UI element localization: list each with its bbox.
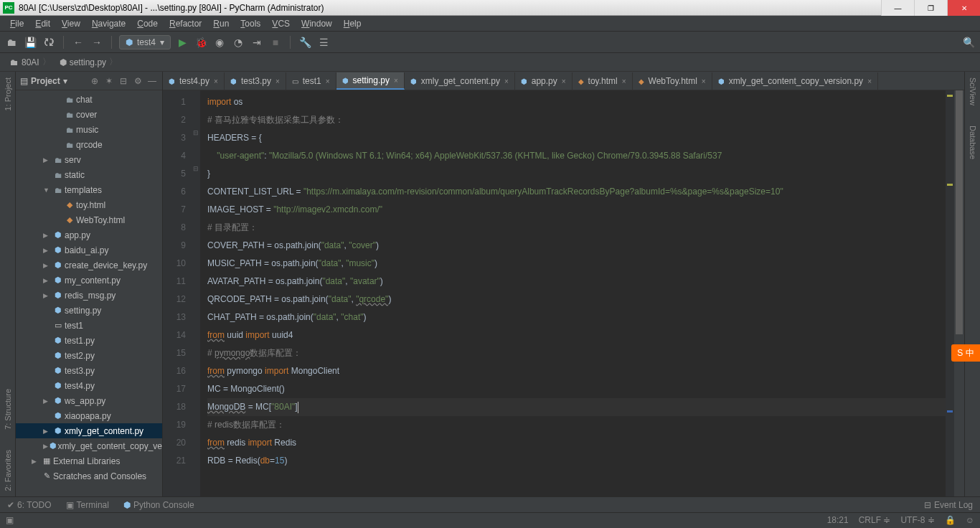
- stop-icon[interactable]: ■: [268, 35, 283, 50]
- tree-item[interactable]: ▶⬢ws_app.py: [16, 393, 162, 408]
- menu-view[interactable]: View: [56, 19, 86, 29]
- maximize-button[interactable]: ❐: [914, 0, 947, 16]
- minimize-button[interactable]: —: [881, 0, 914, 16]
- menu-refactor[interactable]: Refactor: [164, 19, 207, 29]
- tree-item[interactable]: 🖿chat: [16, 92, 162, 107]
- tree-item[interactable]: 🖿cover: [16, 107, 162, 122]
- editor-tab[interactable]: ▭test1×: [286, 72, 336, 90]
- tree-item[interactable]: ▶▦External Libraries: [16, 453, 162, 468]
- editor-tab[interactable]: ⬢xmly_get_content.py×: [405, 72, 515, 90]
- profile-icon[interactable]: ◔: [231, 35, 245, 50]
- tree-item[interactable]: ⬢setting.py: [16, 303, 162, 318]
- coverage-icon[interactable]: ◉: [212, 35, 227, 50]
- collapse-icon[interactable]: ⊟: [118, 76, 129, 86]
- structure-tool-button[interactable]: 7: Structure: [4, 389, 12, 430]
- close-tab-icon[interactable]: ×: [504, 77, 509, 85]
- menu-navigate[interactable]: Navigate: [86, 19, 131, 29]
- close-tab-icon[interactable]: ×: [275, 77, 280, 85]
- editor-tab[interactable]: ◆WebToy.html×: [633, 72, 712, 90]
- menu-vcs[interactable]: VCS: [266, 19, 296, 29]
- tree-item[interactable]: ⬢test4.py: [16, 378, 162, 393]
- line-number-gutter[interactable]: 123456789101112131415161718192021: [163, 90, 192, 496]
- tree-item[interactable]: 🖿static: [16, 167, 162, 182]
- search-everywhere-icon[interactable]: 🔍: [961, 35, 976, 50]
- debug-icon[interactable]: 🐞: [194, 35, 208, 50]
- tree-item[interactable]: ▶⬢create_device_key.py: [16, 258, 162, 273]
- ime-indicator[interactable]: S 中: [951, 344, 980, 362]
- project-tree[interactable]: 🖿chat🖿cover🖿music🖿qrcode▶🖿serv🖿static▼🖿t…: [16, 90, 162, 496]
- tree-item[interactable]: ▭test1: [16, 318, 162, 333]
- dropdown-icon[interactable]: ▾: [63, 76, 67, 86]
- close-tab-icon[interactable]: ×: [326, 77, 330, 85]
- expand-icon[interactable]: ✶: [103, 76, 115, 86]
- python-console-tool-button[interactable]: ⬢Python Console: [123, 500, 194, 510]
- sync-icon[interactable]: 🗘: [42, 35, 56, 50]
- editor-tab[interactable]: ⬢app.py×: [515, 72, 573, 90]
- editor-tab[interactable]: ◆toy.html×: [573, 72, 633, 90]
- readonly-icon[interactable]: 🔒: [945, 515, 956, 525]
- save-icon[interactable]: 💾: [23, 35, 37, 50]
- tree-item[interactable]: ⬢test3.py: [16, 363, 162, 378]
- caret-position[interactable]: 18:21: [827, 515, 849, 525]
- menu-edit[interactable]: Edit: [29, 19, 56, 29]
- settings-icon[interactable]: 🔧: [298, 35, 312, 50]
- tree-item[interactable]: ▶⬢my_content.py: [16, 273, 162, 288]
- close-tab-icon[interactable]: ×: [214, 77, 218, 85]
- hide-icon[interactable]: —: [146, 76, 158, 86]
- tree-item[interactable]: ⬢test1.py: [16, 333, 162, 348]
- menu-run[interactable]: Run: [207, 19, 235, 29]
- tree-item[interactable]: ◆WebToy.html: [16, 212, 162, 227]
- sciview-tool-button[interactable]: SciView: [969, 77, 977, 105]
- breadcrumb-item[interactable]: ⬢setting.py〉: [57, 56, 121, 68]
- tree-item[interactable]: 🖿qrcode: [16, 137, 162, 152]
- tree-item[interactable]: ⬢test2.py: [16, 348, 162, 363]
- locate-icon[interactable]: ⊕: [89, 76, 100, 86]
- close-tab-icon[interactable]: ×: [622, 77, 626, 85]
- tree-item[interactable]: ⬢xiaopapa.py: [16, 408, 162, 423]
- todo-tool-button[interactable]: ✔6: TODO: [7, 500, 52, 510]
- fold-strip[interactable]: ⊟⊟: [192, 90, 200, 496]
- vertical-scrollbar[interactable]: [954, 90, 964, 496]
- breadcrumb-item[interactable]: 🖿80AI〉: [7, 56, 54, 68]
- editor-tab[interactable]: ⬢test4.py×: [163, 72, 225, 90]
- menu-file[interactable]: File: [4, 19, 29, 29]
- code-editor[interactable]: import os# 喜马拉雅专辑数据采集工具参数：HEADERS = { "u…: [200, 90, 946, 496]
- run-config-selector[interactable]: ⬢ test4 ▾: [119, 35, 171, 50]
- close-tab-icon[interactable]: ×: [394, 77, 398, 85]
- tool-window-toggle-icon[interactable]: ▣: [6, 515, 14, 525]
- editor-tab[interactable]: ⬢setting.py×: [336, 72, 405, 90]
- tree-item[interactable]: ▶⬢xmly_get_content.py: [16, 423, 162, 438]
- marker-strip[interactable]: [946, 90, 954, 496]
- tree-item[interactable]: ▶⬢baidu_ai.py: [16, 242, 162, 258]
- inspection-icon[interactable]: ☺: [966, 515, 974, 525]
- tree-item[interactable]: ▶⬢xmly_get_content_copy_ve: [16, 438, 162, 453]
- editor-tab[interactable]: ⬢test3.py×: [225, 72, 286, 90]
- close-tab-icon[interactable]: ×: [702, 77, 706, 85]
- tree-item[interactable]: 🖿music: [16, 122, 162, 137]
- terminal-tool-button[interactable]: ▣Terminal: [66, 500, 109, 510]
- run-icon[interactable]: ▶: [175, 35, 189, 50]
- gear-icon[interactable]: ⚙: [132, 76, 143, 86]
- back-icon[interactable]: ←: [71, 35, 85, 50]
- menu-window[interactable]: Window: [296, 19, 338, 29]
- tree-item[interactable]: ▶⬢redis_msg.py: [16, 288, 162, 303]
- tree-item[interactable]: ✎Scratches and Consoles: [16, 468, 162, 484]
- tree-item[interactable]: ◆toy.html: [16, 197, 162, 212]
- favorites-tool-button[interactable]: 2: Favorites: [4, 450, 12, 491]
- open-icon[interactable]: 🖿: [4, 35, 19, 50]
- editor-tab[interactable]: ⬢xmly_get_content_copy_version.py×: [712, 72, 878, 90]
- project-tool-button[interactable]: 1: Project: [4, 77, 12, 110]
- menu-tools[interactable]: Tools: [235, 19, 266, 29]
- close-tab-icon[interactable]: ×: [867, 77, 872, 85]
- attach-icon[interactable]: ⇥: [250, 35, 264, 50]
- tree-item[interactable]: ▶⬢app.py: [16, 227, 162, 242]
- database-tool-button[interactable]: Database: [969, 126, 977, 159]
- tree-item[interactable]: ▼🖿templates: [16, 182, 162, 197]
- menu-code[interactable]: Code: [131, 19, 164, 29]
- close-button[interactable]: ✕: [947, 0, 980, 16]
- tree-item[interactable]: ▶🖿serv: [16, 152, 162, 167]
- project-structure-icon[interactable]: ☰: [316, 35, 331, 50]
- file-encoding[interactable]: UTF-8 ≑: [900, 515, 934, 525]
- forward-icon[interactable]: →: [90, 35, 104, 50]
- event-log-tool-button[interactable]: ⊟Event Log: [924, 500, 973, 510]
